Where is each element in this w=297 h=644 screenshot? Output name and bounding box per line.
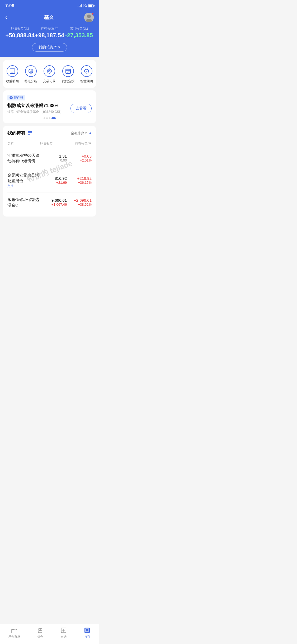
holdings-icon[interactable] (27, 130, 32, 136)
my-plan-icon (62, 65, 74, 77)
svg-point-8 (47, 69, 51, 73)
total-assets-button[interactable]: 我的总资产 > (32, 43, 67, 52)
holding-value: +98,187.54 (35, 32, 64, 39)
yesterday-value: +50,888.84 (5, 32, 35, 39)
fund-profit-3: +2,696.61 +38.52% (67, 198, 92, 206)
page-title: 基金 (44, 14, 54, 21)
yesterday-earnings: 昨日收益(元) +50,888.84 (5, 26, 35, 39)
fund-amount-2: 816.92 +21.69 (42, 176, 67, 185)
holdings-section: 我的持有 金额排序 ∨ 名称 昨日收益 (3, 126, 96, 217)
position-analysis-icon (25, 65, 37, 77)
status-icons: 4G (78, 4, 94, 8)
banner-sub-text: 追踪中证金选偏股基金 （931240.CSI） (7, 110, 63, 114)
banner-content: 指数成立以来涨幅71.38% 追踪中证金选偏股基金 （931240.CSI） 去… (7, 103, 92, 114)
svg-rect-19 (28, 132, 32, 133)
table-header: 名称 昨日收益 持有收益/率 (7, 139, 92, 148)
header: ‹ 基金 昨日收益(元) +50,888.84 持有收益(元) (0, 11, 99, 57)
back-button[interactable]: ‹ (5, 14, 13, 21)
fund-amount-1: 1.31 0.00 (42, 154, 67, 162)
holding-label: 持有收益(元) (41, 26, 59, 31)
banner-tag-icon: b (10, 96, 13, 99)
battery-icon (88, 4, 94, 7)
dot-1 (44, 117, 45, 119)
banner-dots (7, 117, 92, 119)
sort-arrow-icon (89, 132, 92, 134)
notification-dot (92, 13, 94, 15)
svg-rect-18 (28, 131, 32, 132)
holdings-header: 我的持有 金额排序 ∨ (7, 130, 92, 136)
fund-amount-3: 9,696.61 +1,067.46 (42, 198, 67, 206)
yesterday-label: 昨日收益(元) (11, 26, 29, 31)
fund-name-2: 金元顺安元启灵活配置混合 定投 (7, 172, 42, 188)
cumulative-value: -27,353.85 (65, 32, 93, 39)
holdings-title-area: 我的持有 (7, 130, 32, 136)
fund-name-1: 汇添富稳福60天滚动持有中短债债... (7, 153, 42, 164)
svg-rect-12 (66, 69, 70, 73)
banner-main-text: 指数成立以来涨幅71.38% (7, 103, 63, 109)
profit-detail-label: 收益明细 (6, 79, 19, 84)
banner-button[interactable]: 去看看 (70, 104, 92, 113)
col-name-header: 名称 (7, 141, 14, 146)
svg-point-9 (49, 70, 50, 72)
fund-name-3: 永赢低碳环保智选混合C (7, 197, 42, 208)
banner-tag: b 帮你投 (7, 95, 25, 100)
trade-record-icon (44, 65, 55, 77)
holdings-title: 我的持有 (7, 130, 25, 136)
banner-text: 指数成立以来涨幅71.38% 追踪中证金选偏股基金 （931240.CSI） (7, 103, 63, 114)
status-time: 7:08 (5, 3, 14, 8)
action-smart-buyback[interactable]: ¥ 智能回购 (80, 65, 93, 84)
sort-button[interactable]: 金额排序 ∨ (71, 131, 87, 136)
avatar-wrap[interactable] (84, 13, 94, 22)
fund-row-2[interactable]: 金元顺安元启灵活配置混合 定投 816.92 +21.69 +216.92 +3… (7, 168, 92, 192)
svg-text:¥: ¥ (86, 70, 87, 72)
fund-row-1[interactable]: 汇添富稳福60天滚动持有中短债债... 1.31 0.00 +0.03 +2.0… (7, 148, 92, 168)
trade-record-label: 交易记录 (43, 79, 56, 84)
stats-row: 昨日收益(元) +50,888.84 持有收益(元) +98,187.54 累计… (5, 26, 94, 39)
action-my-plan[interactable]: 我的定投 (62, 65, 74, 84)
holdings-sort[interactable]: 金额排序 ∨ (71, 131, 92, 136)
smart-buyback-label: 智能回购 (80, 79, 93, 84)
network-label: 4G (83, 4, 87, 8)
banner-card: b 帮你投 指数成立以来涨幅71.38% 追踪中证金选偏股基金 （931240.… (3, 90, 96, 123)
header-nav: ‹ 基金 (5, 13, 94, 22)
cumulative-earnings: 累计收益(元) -27,353.85 (64, 26, 94, 39)
cumulative-label: 累计收益(元) (70, 26, 88, 31)
action-trade-record[interactable]: 交易记录 (43, 65, 56, 84)
signal-icon (78, 4, 82, 7)
holding-earnings: 持有收益(元) +98,187.54 (35, 26, 64, 39)
dot-2 (46, 117, 48, 119)
status-bar: 7:08 4G (0, 0, 99, 11)
my-plan-label: 我的定投 (62, 79, 74, 84)
svg-point-1 (87, 15, 91, 18)
col-profit-header: 持有收益/率 (53, 141, 92, 146)
position-analysis-label: 持仓分析 (25, 79, 37, 84)
quick-actions: 收益明细 持仓分析 交易记录 (3, 60, 96, 88)
col-yesterday-header: 昨日收益 (14, 141, 53, 146)
svg-rect-20 (28, 134, 30, 135)
dot-4 (51, 117, 56, 119)
fund-profit-2: +216.92 +36.15% (67, 176, 92, 185)
smart-buyback-icon: ¥ (81, 65, 92, 77)
fund-row-3[interactable]: 永赢低碳环保智选混合C 9,696.61 +1,067.46 +2,696.61… (7, 192, 92, 212)
action-profit-detail[interactable]: 收益明细 (6, 65, 19, 84)
profit-detail-icon (7, 65, 18, 77)
dot-3 (49, 117, 50, 119)
action-position-analysis[interactable]: 持仓分析 (25, 65, 37, 84)
fund-profit-1: +0.03 +2.01% (67, 154, 92, 162)
